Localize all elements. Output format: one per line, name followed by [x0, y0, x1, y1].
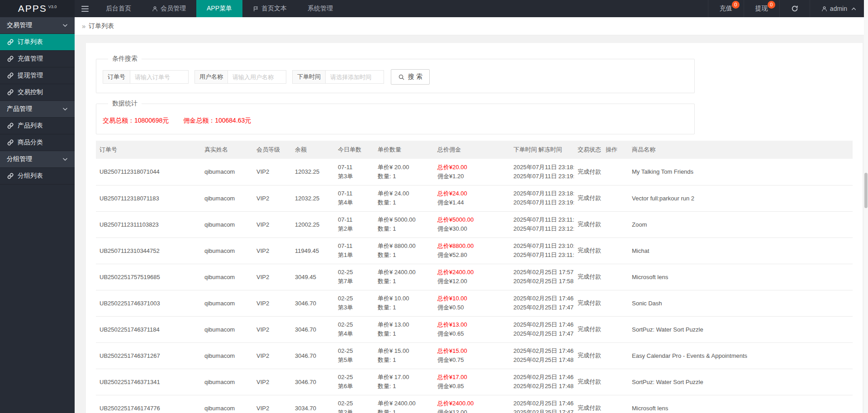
content-panel: 条件搜索 订单号用户名称下单时间 搜 索 数据统计 交易总额：10800698元…	[86, 43, 863, 413]
order-time: 2025年02月25日 17:46:37	[513, 294, 570, 303]
nav-item-4[interactable]: 系统管理	[297, 0, 343, 17]
quick-action-0[interactable]: 充值0	[708, 0, 744, 17]
order-seq: 第3单	[338, 303, 370, 312]
balance-cell: 12002.25	[291, 211, 334, 237]
order-time: 2025年02月25日 17:46:37	[513, 320, 570, 329]
stats-line: 交易总额：10800698元 佣金总额：100684.63元	[103, 114, 688, 126]
unit-price: 单价¥ 2400.00	[378, 399, 430, 408]
product-name-cell: My Talking Tom Friends	[628, 159, 853, 185]
balance-cell: 11949.45	[291, 237, 334, 264]
sidebar-collapse-button[interactable]	[75, 0, 95, 17]
order-time: 2025年07月11日 23:18:07	[513, 163, 570, 172]
search-field-0: 订单号	[103, 70, 189, 84]
order-no-cell: UB2507112310344752	[96, 237, 201, 264]
today-orders-cell: 07-11第2单	[334, 211, 374, 237]
sidebar-group-8[interactable]: 分组管理	[0, 151, 75, 168]
total-price: 总价¥5000.00	[437, 215, 506, 224]
order-no-cell: UB2507112311103823	[96, 211, 201, 237]
balance-cell: 3046.70	[291, 369, 334, 395]
unit-price: 单价¥ 8800.00	[378, 242, 430, 251]
search-icon	[398, 74, 405, 81]
sidebar-item-7[interactable]: 商品分类	[0, 134, 75, 151]
search-field-input-2[interactable]	[325, 70, 384, 84]
order-date: 02-25	[338, 399, 370, 408]
search-legend: 条件搜索	[108, 55, 142, 63]
nav-item-0[interactable]: 后台首页	[95, 0, 142, 17]
unit-price-qty-cell: 单价¥ 24.00数量: 1	[374, 185, 434, 211]
sidebar-item-label: 订单列表	[18, 38, 43, 46]
unfreeze-time: 2025年07月11日 23:12:13	[513, 224, 570, 233]
order-seq: 第7单	[338, 277, 370, 286]
order-date: 02-25	[338, 373, 370, 382]
unfreeze-time: 2025年02月25日 17:48:10	[513, 382, 570, 391]
unfreeze-time: 2025年02月25日 17:58:54	[513, 277, 570, 286]
order-date: 07-11	[338, 163, 370, 172]
commission: 佣金¥12.00	[437, 277, 506, 286]
column-header-1: 真实姓名	[201, 141, 253, 159]
column-header-8: 交易状态	[574, 141, 602, 159]
top-navbar: APPSV3.0 后台首页会员管理APP菜单首页文本系统管理 充值0提现0 ad…	[0, 0, 868, 17]
search-field-input-0[interactable]	[130, 70, 189, 84]
sidebar-group-5[interactable]: 产品管理	[0, 101, 75, 118]
column-header-4: 今日单数	[334, 141, 374, 159]
unit-price: 单价¥ 24.00	[378, 189, 430, 198]
time-cell: 2025年07月11日 23:10:342025年07月11日 23:11:45	[510, 237, 574, 264]
status-cell: 完成付款	[574, 185, 602, 211]
search-fields: 订单号用户名称下单时间	[103, 70, 390, 84]
total-price: 总价¥13.00	[437, 320, 506, 329]
chevron-up-icon	[851, 6, 857, 12]
sidebar-group-0[interactable]: 交易管理	[0, 17, 75, 34]
today-orders-cell: 07-11第3单	[334, 159, 374, 185]
quantity: 数量: 1	[378, 277, 430, 286]
sidebar-item-9[interactable]: 分组列表	[0, 168, 75, 185]
total-commission-cell: 总价¥24.00佣金¥1.44	[434, 185, 510, 211]
member-level-cell: VIP2	[253, 316, 291, 342]
unit-price: 单价¥ 5000.00	[378, 215, 430, 224]
unfreeze-time: 2025年07月11日 23:19:29	[513, 198, 570, 207]
nav-item-3[interactable]: 首页文本	[242, 0, 297, 17]
real-name-cell: qibumacom	[201, 316, 253, 342]
balance-cell: 12032.25	[291, 159, 334, 185]
sidebar-item-2[interactable]: 充值管理	[0, 51, 75, 67]
total-commission-cell: 总价¥2400.00佣金¥12.00	[434, 264, 510, 290]
real-name-cell: qibumacom	[201, 369, 253, 395]
scrollbar-thumb[interactable]	[864, 173, 868, 208]
table-row: UB2502251746371003qibumacomVIP23046.7002…	[96, 290, 853, 316]
nav-item-label: APP菜单	[207, 5, 232, 13]
nav-item-1[interactable]: 会员管理	[142, 0, 196, 17]
order-time: 2025年02月25日 17:57:51	[513, 268, 570, 277]
order-no-cell: UB2502251746371184	[96, 316, 201, 342]
nav-item-2[interactable]: APP菜单	[196, 0, 242, 17]
sidebar-item-1[interactable]: 订单列表	[0, 34, 75, 51]
unfreeze-time: 2025年02月25日 17:48:03	[513, 356, 570, 365]
quantity: 数量: 1	[378, 251, 430, 260]
member-level-cell: VIP2	[253, 342, 291, 369]
search-fieldset: 条件搜索 订单号用户名称下单时间 搜 索	[96, 55, 695, 93]
breadcrumb-caret-icon: »	[82, 22, 85, 30]
refresh-button[interactable]	[779, 0, 810, 17]
order-no-cell: UB2502251746174776	[96, 395, 201, 413]
status-cell: 完成付款	[574, 237, 602, 264]
sidebar-item-3[interactable]: 提现管理	[0, 67, 75, 84]
member-level-cell: VIP2	[253, 290, 291, 316]
sidebar-item-6[interactable]: 产品列表	[0, 118, 75, 134]
search-button[interactable]: 搜 索	[391, 69, 430, 85]
unit-price-qty-cell: 单价¥ 15.00数量: 1	[374, 342, 434, 369]
app-logo: APPSV3.0	[0, 0, 75, 17]
logo-brand: APPS	[18, 3, 47, 14]
search-field-input-1[interactable]	[228, 70, 286, 84]
quantity: 数量: 1	[378, 329, 430, 338]
unit-price-qty-cell: 单价¥ 17.00数量: 1	[374, 369, 434, 395]
total-price: 总价¥15.00	[437, 347, 506, 356]
balance-cell: 3034.70	[291, 395, 334, 413]
user-menu[interactable]: admin	[810, 0, 868, 17]
total-price: 总价¥10.00	[437, 294, 506, 303]
order-no-cell: UB2502251746371003	[96, 290, 201, 316]
search-field-2: 下单时间	[292, 70, 384, 84]
product-name-cell: Sonic Dash	[628, 290, 853, 316]
time-cell: 2025年02月25日 17:46:172025年02月25日 17:47:22	[510, 395, 574, 413]
action-cell	[602, 185, 628, 211]
sidebar-item-4[interactable]: 交易控制	[0, 84, 75, 101]
action-cell	[602, 159, 628, 185]
quick-action-1[interactable]: 提现0	[744, 0, 779, 17]
